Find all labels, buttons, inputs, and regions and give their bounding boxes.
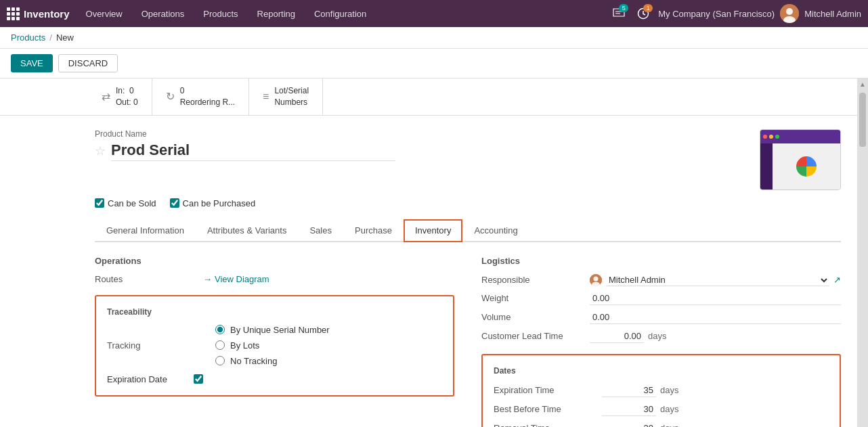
external-link-icon[interactable]: ↗ <box>833 275 841 285</box>
logistics-section-title: Logistics <box>481 256 841 266</box>
top-navigation: Inventory Overview Operations Products R… <box>0 0 868 27</box>
nav-operations[interactable]: Operations <box>132 0 194 27</box>
customer-lead-time-label: Customer Lead Time <box>481 331 590 341</box>
tab-inventory[interactable]: Inventory <box>404 219 462 242</box>
save-button[interactable]: SAVE <box>11 54 53 72</box>
product-name-label: Product Name <box>95 129 395 139</box>
breadcrumb-products-link[interactable]: Products <box>11 32 45 43</box>
tracking-lots-radio[interactable] <box>215 340 225 350</box>
responsible-select[interactable]: Mitchell Admin <box>606 274 829 286</box>
product-header-left: Product Name ☆ <box>95 129 395 161</box>
can-be-sold-checkbox[interactable] <box>95 198 104 208</box>
expiration-time-input[interactable] <box>602 384 656 397</box>
dates-title: Dates <box>494 366 829 376</box>
tab-purchase[interactable]: Purchase <box>343 219 404 242</box>
in-stock-label: In: 0 <box>116 85 138 97</box>
scroll-thumb[interactable] <box>859 93 866 147</box>
product-image[interactable] <box>760 129 841 190</box>
product-flags: Can be Sold Can be Purchased <box>95 198 841 208</box>
reordering-button[interactable]: ↻ 0 Reordering R... <box>152 78 249 115</box>
routes-label: Routes <box>95 274 203 284</box>
routes-field: Routes → View Diagram <box>95 274 454 284</box>
reorder-icon: ↻ <box>166 90 175 103</box>
volume-input[interactable] <box>590 311 841 324</box>
nav-overview[interactable]: Overview <box>77 0 132 27</box>
traceability-box: Traceability Tracking By Unique Serial N… <box>95 295 454 397</box>
messages-button[interactable]: 5 <box>609 4 628 23</box>
user-avatar[interactable] <box>780 4 799 23</box>
tracking-serial-label: By Unique Serial Number <box>230 325 330 335</box>
lot-serial-button[interactable]: ≡ Lot/SerialNumbers <box>249 78 323 115</box>
expiration-date-checkbox[interactable] <box>194 374 203 384</box>
product-tabs: General Information Attributes & Variant… <box>95 219 841 242</box>
nav-configuration[interactable]: Configuration <box>305 0 376 27</box>
lead-time-input[interactable] <box>590 330 644 343</box>
tracking-none-radio[interactable] <box>215 356 225 365</box>
reorder-label: Reordering R... <box>180 97 235 108</box>
customer-lead-time-value: days <box>590 330 841 343</box>
inventory-tab-body: Operations Routes → View Diagram <box>95 242 841 427</box>
vertical-scrollbar[interactable]: ▲ <box>857 78 868 427</box>
tracking-none-label: No Tracking <box>230 356 277 366</box>
removal-time-unit: days <box>660 423 678 427</box>
removal-time-field: Removal Time days <box>494 422 829 427</box>
lead-time-input-group: days <box>590 330 841 343</box>
can-be-sold-label: Can be Sold <box>108 198 156 208</box>
tracking-serial-radio[interactable] <box>215 325 225 334</box>
svg-point-2 <box>786 8 793 15</box>
lot-serial-icon: ≡ <box>263 91 269 103</box>
main-columns: Operations Routes → View Diagram <box>95 256 841 427</box>
tab-attributes-variants[interactable]: Attributes & Variants <box>196 219 299 242</box>
messages-badge: 5 <box>619 4 628 12</box>
weight-label: Weight <box>481 293 590 303</box>
tracking-lots-option[interactable]: By Lots <box>215 340 442 351</box>
discard-button[interactable]: DISCARD <box>58 54 118 72</box>
product-name-input[interactable] <box>111 141 395 161</box>
responsible-value: Mitchell Admin ↗ <box>590 274 841 286</box>
routes-value: → View Diagram <box>203 274 454 284</box>
best-before-input[interactable] <box>602 403 656 416</box>
can-be-sold-field[interactable]: Can be Sold <box>95 198 156 208</box>
responsible-field: Responsible Mitchell Admin ↗ <box>481 274 841 286</box>
tab-sales[interactable]: Sales <box>298 219 343 242</box>
breadcrumb-current: New <box>56 32 74 43</box>
removal-time-input[interactable] <box>602 422 656 427</box>
lead-time-unit: days <box>648 331 666 341</box>
app-menu-button[interactable]: Inventory <box>7 7 70 20</box>
tracking-serial-option[interactable]: By Unique Serial Number <box>215 325 442 335</box>
tracking-radio-group: By Unique Serial Number By Lots <box>215 325 442 366</box>
removal-time-value: days <box>602 422 829 427</box>
tab-accounting[interactable]: Accounting <box>462 219 529 242</box>
tracking-label: Tracking <box>107 340 215 351</box>
smart-buttons-bar: ⇄ In: 0 Out: 0 ↻ 0 Reordering R... ≡ Lot… <box>0 78 857 116</box>
expiration-time-input-group: days <box>602 384 829 397</box>
tracking-none-option[interactable]: No Tracking <box>215 356 442 366</box>
tracking-options: By Unique Serial Number By Lots <box>215 325 442 366</box>
weight-field: Weight <box>481 292 841 305</box>
form-toolbar: SAVE DISCARD <box>0 49 868 78</box>
nav-reporting[interactable]: Reporting <box>248 0 305 27</box>
expiration-time-field: Expiration Time days <box>494 384 829 397</box>
scroll-up-arrow[interactable]: ▲ <box>857 78 868 90</box>
tracking-field: Tracking By Unique Serial Number <box>107 325 442 366</box>
chrome-icon <box>796 156 817 177</box>
nav-products[interactable]: Products <box>194 0 247 27</box>
activities-button[interactable]: 1 <box>634 4 653 23</box>
tab-general-information[interactable]: General Information <box>95 219 196 242</box>
operations-section-title: Operations <box>95 256 454 266</box>
grid-icon <box>7 7 20 20</box>
expiration-time-value: days <box>602 384 829 397</box>
topnav-right: 5 1 My Company (San Francisco) Mitchell … <box>609 4 861 23</box>
weight-value <box>590 292 841 305</box>
company-name: My Company (San Francisco) <box>658 9 775 19</box>
stock-button[interactable]: ⇄ In: 0 Out: 0 <box>88 78 152 115</box>
breadcrumb: Products / New <box>0 27 868 49</box>
volume-label: Volume <box>481 312 590 322</box>
stock-text: In: 0 Out: 0 <box>116 85 138 108</box>
can-be-purchased-field[interactable]: Can be Purchased <box>170 198 256 208</box>
weight-input[interactable] <box>590 292 841 305</box>
responsible-label: Responsible <box>481 275 590 285</box>
favorite-icon[interactable]: ☆ <box>95 143 106 158</box>
view-diagram-link[interactable]: → View Diagram <box>203 274 454 284</box>
can-be-purchased-checkbox[interactable] <box>170 198 179 208</box>
